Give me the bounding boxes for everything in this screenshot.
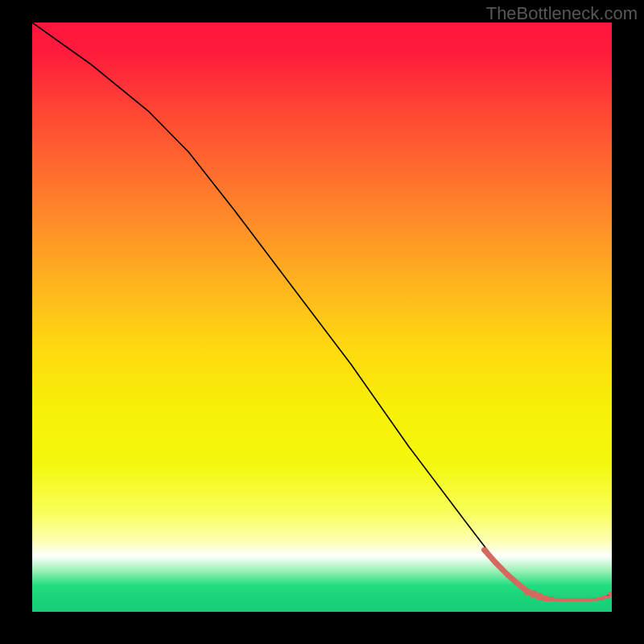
chart-stage: TheBottleneck.com [0,0,644,644]
watermark-label: TheBottleneck.com [486,3,638,24]
plot-background [32,23,612,612]
chart-canvas [32,23,612,612]
